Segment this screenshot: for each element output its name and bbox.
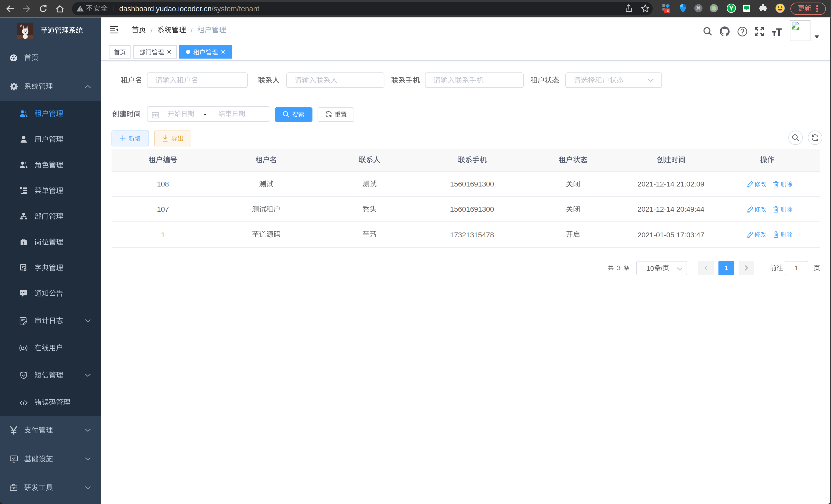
svg-text:⌘: ⌘ — [696, 5, 701, 11]
svg-text:10: 10 — [665, 9, 669, 13]
